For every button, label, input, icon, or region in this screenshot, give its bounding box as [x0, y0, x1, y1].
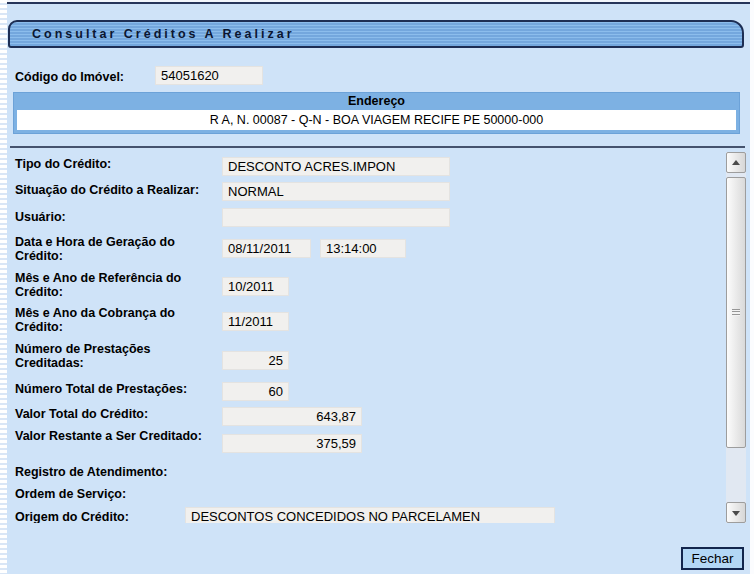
scroll-up-icon: [732, 160, 740, 165]
endereco-header: Endereço: [14, 93, 739, 110]
valor-total-credito-field[interactable]: 643,87: [222, 407, 362, 426]
mes-ano-cobranca-field[interactable]: 11/2011: [222, 312, 289, 331]
registro-atendimento-label: Registro de Atendimento:: [15, 466, 220, 480]
endereco-value: R A, N. 00087 - Q-N - BOA VIAGEM RECIFE …: [17, 110, 736, 130]
mes-ano-referencia-field[interactable]: 10/2011: [222, 277, 289, 296]
endereco-table: Endereço R A, N. 00087 - Q-N - BOA VIAGE…: [13, 92, 740, 134]
num-prestacoes-creditadas-label: Número de Prestações Creditadas:: [15, 343, 220, 370]
data-geracao-field[interactable]: 08/11/2011: [222, 239, 311, 258]
valor-restante-label: Valor Restante a Ser Creditado:: [15, 430, 220, 444]
form-scroll-viewport: Tipo do Crédito: DESCONTO ACRES.IMPON Si…: [0, 150, 722, 523]
window-top-border: [7, 2, 750, 4]
ordem-servico-label: Ordem de Serviço:: [15, 488, 220, 502]
scroll-down-icon: [732, 511, 740, 516]
scroll-up-button[interactable]: [726, 152, 746, 173]
num-total-prestacoes-field[interactable]: 60: [222, 382, 289, 401]
vertical-scrollbar[interactable]: [726, 152, 746, 523]
usuario-field[interactable]: [222, 208, 450, 227]
scrollbar-thumb[interactable]: [726, 177, 746, 448]
consultar-creditos-window: Consultar Créditos A Realizar Código do …: [0, 0, 754, 574]
usuario-label: Usuário:: [15, 211, 220, 225]
situacao-credito-label: Situação do Crédito a Realizar:: [15, 184, 225, 198]
mes-ano-cobranca-label: Mês e Ano da Cobrança do Crédito:: [15, 307, 220, 334]
mes-ano-referencia-label: Mês e Ano de Referência do Crédito:: [15, 272, 220, 299]
page-title: Consultar Créditos A Realizar: [8, 20, 744, 48]
valor-total-credito-label: Valor Total do Crédito:: [15, 408, 220, 422]
codigo-imovel-field[interactable]: 54051620: [155, 66, 263, 85]
scrollbar-grip-icon: [732, 309, 740, 316]
tipo-credito-label: Tipo do Crédito:: [15, 158, 220, 172]
codigo-imovel-label: Código do Imóvel:: [15, 70, 124, 84]
separator-line: [10, 146, 745, 148]
origem-credito-field[interactable]: DESCONTOS CONCEDIDOS NO PARCELAMEN: [185, 507, 555, 523]
hora-geracao-field[interactable]: 13:14:00: [320, 239, 406, 258]
scroll-down-button[interactable]: [726, 502, 746, 523]
data-hora-geracao-label: Data e Hora de Geração do Crédito:: [15, 236, 220, 263]
tipo-credito-field[interactable]: DESCONTO ACRES.IMPON: [222, 157, 450, 176]
situacao-credito-field[interactable]: NORMAL: [222, 182, 450, 201]
fechar-button[interactable]: Fechar: [681, 547, 744, 570]
valor-restante-field[interactable]: 375,59: [222, 434, 362, 453]
num-total-prestacoes-label: Número Total de Prestações:: [15, 383, 220, 397]
num-prestacoes-creditadas-field[interactable]: 25: [222, 351, 289, 370]
window-right-edge: [750, 0, 754, 574]
